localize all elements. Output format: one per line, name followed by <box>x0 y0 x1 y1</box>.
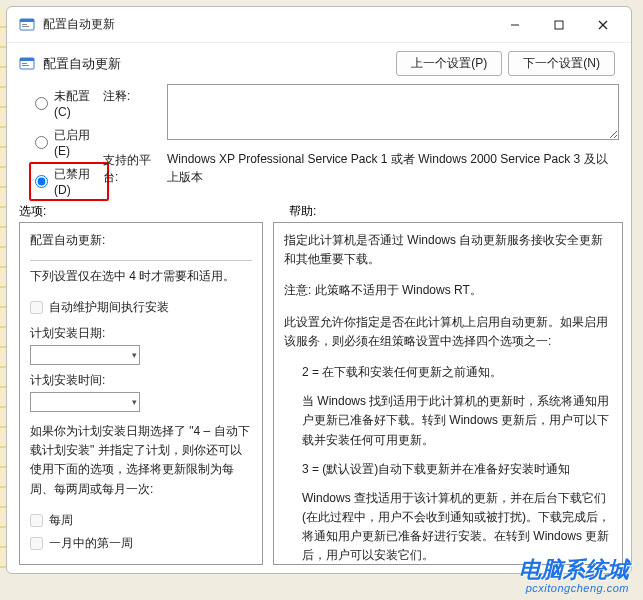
comment-label: 注释: <box>103 84 157 148</box>
chk-label: 一月中的第一周 <box>49 534 133 553</box>
svg-rect-3 <box>22 26 29 27</box>
platform-label: 支持的平台: <box>103 148 157 186</box>
radio-enabled[interactable]: 已启用(E) <box>35 127 103 158</box>
svg-rect-10 <box>22 63 27 64</box>
svg-rect-5 <box>555 21 563 29</box>
chk-label: 自动维护期间执行安装 <box>49 298 169 317</box>
help-p2: 注意: 此策略不适用于 Windows RT。 <box>284 281 612 300</box>
window-title: 配置自动更新 <box>43 16 493 33</box>
help-label: 帮助: <box>271 203 619 220</box>
chevron-down-icon: ▾ <box>132 395 137 409</box>
subtitle: 配置自动更新 <box>43 55 388 73</box>
policy-icon <box>19 56 35 72</box>
chk-weekly[interactable]: 每周 <box>30 511 252 530</box>
options-note: 下列设置仅在选中 4 时才需要和适用。 <box>30 267 252 286</box>
help-p1: 指定此计算机是否通过 Windows 自动更新服务接收安全更新和其他重要下载。 <box>284 231 612 269</box>
svg-rect-2 <box>22 24 27 25</box>
options-panel[interactable]: 配置自动更新: 下列设置仅在选中 4 时才需要和适用。 自动维护期间执行安装 计… <box>19 222 263 565</box>
state-radios: 未配置(C) 已启用(E) 已禁用(D) <box>35 88 103 197</box>
minimize-button[interactable] <box>493 9 537 41</box>
maximize-button[interactable] <box>537 9 581 41</box>
titlebar: 配置自动更新 <box>7 7 631 43</box>
comment-textarea[interactable] <box>167 84 619 140</box>
help-opt3: 3 = (默认设置)自动下载更新并在准备好安装时通知 <box>284 460 612 479</box>
prev-setting-button[interactable]: 上一个设置(P) <box>396 51 502 76</box>
radio-enabled-input[interactable] <box>35 136 48 149</box>
chk-weekly-input[interactable] <box>30 514 43 527</box>
dialog-window: 配置自动更新 配置自动更新 上一个设置(P) 下一个设置(N) <box>6 6 632 574</box>
watermark-line2: pcxitongcheng.com <box>519 582 629 594</box>
install-date-combo[interactable]: ▾ <box>30 345 140 365</box>
radio-label: 未配置(C) <box>54 88 103 119</box>
chevron-down-icon: ▾ <box>132 348 137 362</box>
install-time-combo[interactable]: ▾ <box>30 392 140 412</box>
topbar: 配置自动更新 上一个设置(P) 下一个设置(N) <box>7 43 631 80</box>
radio-label: 已禁用(D) <box>54 166 103 197</box>
window-controls <box>493 9 625 41</box>
close-button[interactable] <box>581 9 625 41</box>
options-label: 选项: <box>19 203 271 220</box>
next-setting-button[interactable]: 下一个设置(N) <box>508 51 615 76</box>
separator <box>30 260 252 261</box>
options-header: 配置自动更新: <box>30 231 252 250</box>
help-p3: 此设置允许你指定是否在此计算机上启用自动更新。如果启用该服务，则必须在组策略设置… <box>284 313 612 351</box>
help-opt2: 2 = 在下载和安装任何更新之前通知。 <box>284 363 612 382</box>
install-time-label: 计划安装时间: <box>30 371 252 390</box>
install-date-label: 计划安装日期: <box>30 324 252 343</box>
svg-rect-11 <box>22 65 29 66</box>
help-panel[interactable]: 指定此计算机是否通过 Windows 自动更新服务接收安全更新和其他重要下载。 … <box>273 222 623 565</box>
chk-first-week[interactable]: 一月中的第一周 <box>30 534 252 553</box>
help-opt3b: Windows 查找适用于该计算机的更新，并在后台下载它们(在此过程中，用户不会… <box>284 489 612 565</box>
radio-disabled[interactable]: 已禁用(D) <box>29 162 109 201</box>
chk-maintenance[interactable]: 自动维护期间执行安装 <box>30 298 252 317</box>
platform-value: Windows XP Professional Service Pack 1 或… <box>167 148 619 186</box>
policy-icon <box>19 17 35 33</box>
svg-rect-1 <box>20 19 34 22</box>
radio-not-configured-input[interactable] <box>35 97 48 110</box>
options-note2: 如果你为计划安装日期选择了 "4 – 自动下载计划安装" 并指定了计划，则你还可… <box>30 422 252 499</box>
help-opt2b: 当 Windows 找到适用于此计算机的更新时，系统将通知用户更新已准备好下载。… <box>284 392 612 450</box>
radio-disabled-input[interactable] <box>35 175 48 188</box>
chk-maintenance-input[interactable] <box>30 301 43 314</box>
chk-first-week-input[interactable] <box>30 537 43 550</box>
radio-label: 已启用(E) <box>54 127 103 158</box>
chk-label: 每周 <box>49 511 73 530</box>
radio-not-configured[interactable]: 未配置(C) <box>35 88 103 119</box>
svg-rect-9 <box>20 58 34 61</box>
